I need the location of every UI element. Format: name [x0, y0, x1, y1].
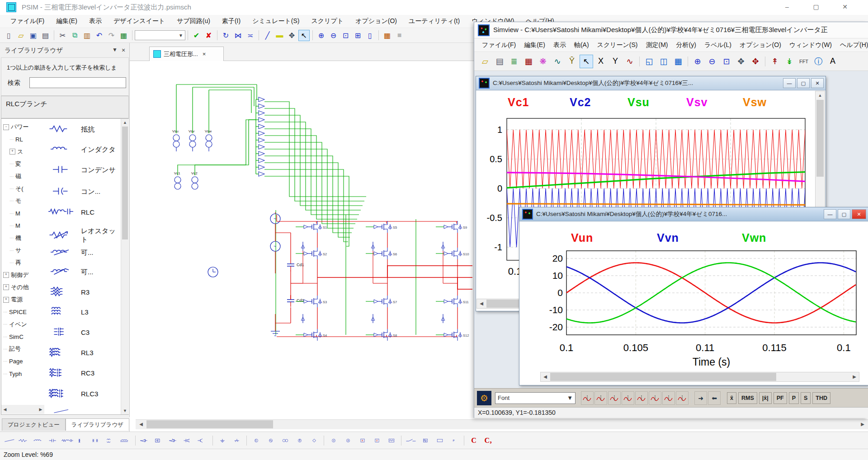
- tree-horizontal-scrollbar[interactable]: ◀ ▶: [1, 405, 44, 414]
- simview-menu-10[interactable]: ヘルプ(H): [836, 39, 868, 51]
- zoom-in-icon[interactable]: ⊕: [691, 55, 704, 68]
- select-arrow-icon[interactable]: ↖: [580, 55, 593, 68]
- measure-x̄-button[interactable]: x̄: [727, 392, 736, 404]
- diode-bridge-icon[interactable]: [153, 434, 166, 447]
- panel-tab-0[interactable]: プロジェクトビュー: [2, 418, 66, 431]
- psim-menu-5[interactable]: 素子(I): [216, 15, 246, 27]
- current-source-icon[interactable]: [293, 434, 306, 447]
- igbt-icon[interactable]: [197, 434, 209, 447]
- voltmeter-icon[interactable]: V: [371, 434, 383, 447]
- simview-menu-7[interactable]: ラベル(L): [700, 39, 736, 51]
- transformer-icon[interactable]: [76, 434, 89, 447]
- rotate-icon[interactable]: ↻: [220, 30, 231, 41]
- run-simulation-icon[interactable]: ✔: [191, 30, 202, 41]
- text-label-icon[interactable]: ▬: [274, 30, 285, 41]
- zoom-out-icon[interactable]: ⊖: [328, 30, 339, 41]
- scrollbar-thumb[interactable]: [146, 420, 273, 428]
- zoom-fit-icon[interactable]: ⊞: [352, 30, 363, 41]
- legend-Vc2[interactable]: Vc2: [570, 96, 591, 109]
- close-button[interactable]: ✕: [835, 0, 855, 14]
- scope-icon[interactable]: [385, 434, 398, 447]
- tree-item-変[interactable]: ⋯変: [9, 160, 21, 169]
- simview-menu-9[interactable]: ウィンドウ(W): [785, 39, 836, 51]
- tab-close-icon[interactable]: ×: [203, 51, 206, 57]
- tree-item-RL[interactable]: ⋯RL: [9, 135, 23, 144]
- plot2-horizontal-scrollbar[interactable]: ◀ ▶: [540, 372, 859, 382]
- font-combobox[interactable]: Font ▼: [495, 392, 576, 404]
- measure-next-min-icon[interactable]: [622, 391, 634, 405]
- label-icon[interactable]: [434, 434, 446, 447]
- 3ph-source-icon[interactable]: [279, 434, 292, 447]
- wizard-grid-icon[interactable]: ▦: [382, 30, 393, 41]
- c-script-icon[interactable]: C: [467, 434, 480, 447]
- tree-item-サ[interactable]: ⋯サ: [9, 246, 21, 255]
- saturable-inductor-icon[interactable]: [119, 434, 132, 447]
- scroll-up-icon[interactable]: ▲: [121, 119, 129, 126]
- zoom-window-icon[interactable]: ⊡: [340, 30, 351, 41]
- next-point-icon[interactable]: ➜: [694, 391, 707, 405]
- measure-S-button[interactable]: S: [801, 392, 811, 404]
- plot2-titlebar[interactable]: C:¥Users¥Satoshi Mikami¥Desktop¥個人(公的)¥学…: [519, 207, 868, 221]
- document-tab[interactable]: 三相電圧形... ×: [149, 47, 224, 61]
- list-vertical-scrollbar[interactable]: ▲ ▼: [121, 119, 129, 414]
- expand-icon[interactable]: +: [9, 149, 15, 155]
- tree-item-Typh[interactable]: ⋯Typh: [3, 369, 22, 378]
- gating-block-icon[interactable]: [419, 434, 432, 447]
- plot1-titlebar[interactable]: C:¥Users¥Satoshi Mikami¥Desktop¥個人(公的)¥学…: [476, 76, 826, 90]
- page-icon[interactable]: ▯: [364, 30, 376, 41]
- psim-menu-9[interactable]: ユーティリティ(t): [403, 15, 466, 27]
- scroll-right-icon[interactable]: ▶: [858, 420, 867, 429]
- cut-icon[interactable]: ✂: [57, 30, 68, 41]
- tree-item-記号[interactable]: ⋯記号: [3, 344, 21, 353]
- tree-item-ス[interactable]: +ス: [9, 147, 23, 156]
- measure-PF-button[interactable]: PF: [774, 392, 787, 404]
- tree-item-機[interactable]: ⋯機: [9, 234, 21, 243]
- text-a-icon[interactable]: A: [826, 55, 840, 68]
- flip-horizontal-icon[interactable]: ⋈: [232, 30, 244, 41]
- rlc-branch-icon[interactable]: [61, 434, 74, 447]
- library-item-rheostat[interactable]: レオスタット: [48, 227, 120, 244]
- mutual-inductor-icon[interactable]: [105, 434, 118, 447]
- disabled-block-icon[interactable]: ■: [394, 30, 405, 41]
- measure-avg-icon[interactable]: [676, 391, 689, 405]
- maximize-button[interactable]: ▢: [797, 78, 810, 88]
- tree-item-再[interactable]: ⋯再: [9, 258, 21, 267]
- resistor-icon[interactable]: [18, 434, 31, 447]
- legend-Vc1[interactable]: Vc1: [508, 96, 529, 109]
- tree-item-そ([interactable]: ⋯そ(: [9, 184, 24, 193]
- scroll-right-icon[interactable]: ▶: [850, 372, 859, 381]
- transformer-3ph-icon[interactable]: [90, 434, 103, 447]
- c-script-2-icon[interactable]: C‚: [482, 434, 495, 447]
- pan-hand-icon[interactable]: ✥: [286, 30, 297, 41]
- simview-menu-8[interactable]: オプション(O): [736, 39, 785, 51]
- scroll-left-icon[interactable]: ◀: [1, 407, 9, 412]
- measure-global-min-icon[interactable]: [649, 391, 661, 405]
- measure-P-button[interactable]: P: [789, 392, 799, 404]
- tree-item-Page[interactable]: ⋯Page: [3, 357, 23, 366]
- tree-item-磁[interactable]: ⋯磁: [9, 172, 21, 181]
- plot-window-2[interactable]: C:¥Users¥Satoshi Mikami¥Desktop¥個人(公的)¥学…: [519, 207, 868, 385]
- search-input[interactable]: [29, 77, 126, 88]
- add-curve-icon[interactable]: ∿: [551, 55, 564, 68]
- screen-quad-icon[interactable]: ▦: [671, 55, 685, 68]
- param-icon[interactable]: P: [448, 434, 461, 447]
- close-button[interactable]: ✕: [811, 78, 824, 88]
- library-item-capacitor-electrolytic[interactable]: コン...: [48, 187, 100, 197]
- legend-Vsu[interactable]: Vsu: [627, 96, 650, 109]
- tree-item-パワー[interactable]: -パワー: [3, 122, 29, 131]
- screen-dual-icon[interactable]: ◫: [657, 55, 670, 68]
- library-item-resistor[interactable]: 抵抗: [48, 124, 94, 135]
- new-file-icon[interactable]: ▯: [3, 30, 14, 41]
- redo-icon[interactable]: ↷: [106, 30, 117, 41]
- library-item-rlc[interactable]: RLC: [48, 207, 94, 217]
- capacitor-icon[interactable]: [47, 434, 60, 447]
- expand-icon[interactable]: +: [3, 284, 9, 290]
- panel-tab-1[interactable]: ライブラリブラウザ: [66, 418, 129, 431]
- psim-menu-6[interactable]: シミュレート(S): [246, 15, 305, 27]
- paste-special-icon[interactable]: ▦: [118, 30, 129, 41]
- simview-menu-4[interactable]: スクリーン(S): [593, 39, 642, 51]
- measure-point-icon[interactable]: [662, 391, 675, 405]
- paste-icon[interactable]: ▥: [81, 30, 93, 41]
- scroll-down-icon[interactable]: ▼: [121, 407, 129, 414]
- minimize-button[interactable]: –: [777, 0, 797, 14]
